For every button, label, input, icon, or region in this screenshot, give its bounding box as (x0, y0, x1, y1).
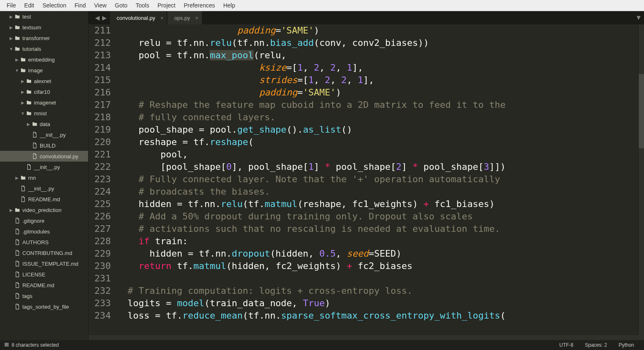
disclosure-arrow-icon[interactable]: ▶ (14, 57, 20, 62)
code-line[interactable]: reshape = tf.reshape( (117, 136, 638, 148)
code-line[interactable]: hidden = tf.nn.dropout(hidden, 0.5, seed… (117, 248, 638, 260)
disclosure-arrow-icon[interactable]: ▶ (20, 100, 26, 105)
folder-image[interactable]: ▼image (0, 65, 88, 76)
folder-icon (14, 13, 21, 20)
minimap-scrollbar[interactable] (638, 24, 644, 335)
disclosure-arrow-icon[interactable]: ▶ (14, 176, 20, 180)
menu-edit[interactable]: Edit (20, 0, 38, 10)
code-line[interactable]: [pool_shape[0], pool_shape[1] * pool_sha… (117, 161, 638, 173)
disclosure-arrow-icon[interactable]: ▼ (14, 68, 20, 73)
nav-forward-icon[interactable]: ▶ (102, 14, 107, 21)
menu-selection[interactable]: Selection (38, 0, 71, 10)
code-line[interactable]: pool_shape = pool.get_shape().as_list() (117, 124, 638, 136)
code-line[interactable]: # activations such that no rescaling is … (117, 223, 638, 235)
folder-rnn[interactable]: ▶rnn (0, 172, 88, 183)
code-line[interactable]: relu = tf.nn.relu(tf.nn.bias_add(conv, c… (117, 37, 638, 49)
file-ISSUE_TEMPLATE-md[interactable]: ISSUE_TEMPLATE.md (0, 258, 88, 269)
disclosure-arrow-icon[interactable]: ▶ (20, 79, 26, 83)
file-README-md[interactable]: README.md (0, 194, 88, 205)
folder-mnist[interactable]: ▼mnist (0, 108, 88, 119)
disclosure-arrow-icon[interactable]: ▼ (20, 111, 26, 116)
status-encoding[interactable]: UTF-8 (553, 342, 579, 348)
line-number: 233 (89, 297, 111, 310)
folder-tutorials[interactable]: ▼tutorials (0, 43, 88, 54)
code-line[interactable]: if train: (117, 235, 638, 248)
tab-label: convolutional.py (117, 15, 155, 21)
tree-label: test (22, 14, 31, 20)
status-language[interactable]: Python (613, 342, 640, 348)
close-icon[interactable]: × (195, 15, 199, 21)
menu-view[interactable]: View (90, 0, 111, 10)
minimap-viewport[interactable] (639, 74, 644, 148)
file-CONTRIBUTING-md[interactable]: CONTRIBUTING.md (0, 248, 88, 258)
tree-label: __init__.py (28, 186, 54, 192)
code-content[interactable]: padding='SAME') relu = tf.nn.relu(tf.nn.… (117, 24, 638, 335)
menu-find[interactable]: Find (70, 0, 90, 10)
code-line[interactable]: # fully connected layers. (117, 111, 638, 124)
disclosure-arrow-icon[interactable]: ▶ (8, 25, 14, 30)
file--gitmodules[interactable]: .gitmodules (0, 226, 88, 237)
file-README-md[interactable]: README.md (0, 280, 88, 290)
code-line[interactable]: padding='SAME') (117, 24, 638, 37)
code-line[interactable]: return tf.matmul(hidden, fc2_weights) + … (117, 260, 638, 272)
folder-cifar10[interactable]: ▶cifar10 (0, 86, 88, 97)
tab-convolutional-py[interactable]: convolutional.py× (110, 11, 167, 24)
code-line[interactable]: pool, (117, 148, 638, 161)
disclosure-arrow-icon[interactable]: ▶ (20, 90, 26, 94)
folder-imagenet[interactable]: ▶imagenet (0, 97, 88, 108)
folder-data[interactable]: ▶data (0, 119, 88, 129)
menu-tools[interactable]: Tools (132, 0, 153, 10)
tab-nav-arrows[interactable]: ◀ ▶ (92, 11, 110, 24)
code-line[interactable]: padding='SAME') (117, 86, 638, 99)
code-line[interactable]: # Training computation: logits + cross-e… (117, 285, 638, 297)
file-BUILD[interactable]: BUILD (0, 140, 88, 151)
code-editor[interactable]: 2112122132142152162172182192202212222232… (89, 24, 644, 335)
disclosure-arrow-icon[interactable]: ▶ (8, 36, 14, 40)
file-convolutional-py[interactable]: convolutional.py (0, 151, 88, 162)
disclosure-arrow-icon[interactable]: ▶ (8, 14, 14, 19)
code-line[interactable]: # broadcasts the biases. (117, 186, 638, 198)
folder-video_prediction[interactable]: ▶video_prediction (0, 205, 88, 215)
folder-embedding[interactable]: ▶embedding (0, 54, 88, 65)
nav-back-icon[interactable]: ◀ (95, 14, 100, 21)
disclosure-arrow-icon[interactable]: ▶ (8, 208, 14, 212)
code-line[interactable]: pool = tf.nn.max_pool(relu, (117, 49, 638, 62)
menu-project[interactable]: Project (153, 0, 180, 10)
menu-file[interactable]: File (2, 0, 20, 10)
tab-overflow-icon[interactable]: ▼ (633, 11, 644, 24)
tab-ops-py[interactable]: ops.py× (168, 11, 201, 24)
code-line[interactable]: loss = tf.reduce_mean(tf.nn.sparse_softm… (117, 310, 638, 322)
file-__init__-py[interactable]: __init__.py (0, 162, 88, 172)
code-line[interactable]: logits = model(train_data_node, True) (117, 297, 638, 310)
disclosure-arrow-icon[interactable]: ▶ (26, 122, 31, 126)
code-line[interactable]: # Add a 50% dropout during training only… (117, 210, 638, 223)
menu-preferences[interactable]: Preferences (180, 0, 219, 10)
code-line[interactable] (117, 272, 638, 285)
code-line[interactable]: strides=[1, 2, 2, 1], (117, 74, 638, 86)
file-tags_sorted_by_file[interactable]: tags_sorted_by_file (0, 301, 88, 312)
file-__init__-py[interactable]: __init__.py (0, 129, 88, 140)
tree-label: tags (22, 293, 33, 299)
sidebar-file-tree[interactable]: ▶test▶textsum▶transformer▼tutorials▶embe… (0, 11, 89, 340)
folder-transformer[interactable]: ▶transformer (0, 33, 88, 43)
horizontal-scrollbar[interactable] (89, 335, 644, 340)
file-AUTHORS[interactable]: AUTHORS (0, 237, 88, 248)
file-tags[interactable]: tags (0, 290, 88, 301)
file-__init__-py[interactable]: __init__.py (0, 183, 88, 194)
folder-textsum[interactable]: ▶textsum (0, 22, 88, 33)
menu-goto[interactable]: Goto (111, 0, 132, 10)
code-line[interactable]: hidden = tf.nn.relu(tf.matmul(reshape, f… (117, 198, 638, 210)
code-line[interactable]: ksize=[1, 2, 2, 1], (117, 62, 638, 74)
folder-alexnet[interactable]: ▶alexnet (0, 76, 88, 86)
file--gitignore[interactable]: .gitignore (0, 215, 88, 226)
line-number: 213 (89, 49, 111, 62)
file-LICENSE[interactable]: LICENSE (0, 269, 88, 280)
folder-test[interactable]: ▶test (0, 11, 88, 22)
disclosure-arrow-icon[interactable]: ▼ (8, 47, 14, 51)
status-menu-icon[interactable] (4, 342, 9, 348)
menu-help[interactable]: Help (219, 0, 239, 10)
close-icon[interactable]: × (160, 15, 164, 21)
code-line[interactable]: # Fully connected layer. Note that the '… (117, 173, 638, 186)
code-line[interactable]: # Reshape the feature map cuboid into a … (117, 99, 638, 111)
status-indent[interactable]: Spaces: 2 (579, 342, 613, 348)
